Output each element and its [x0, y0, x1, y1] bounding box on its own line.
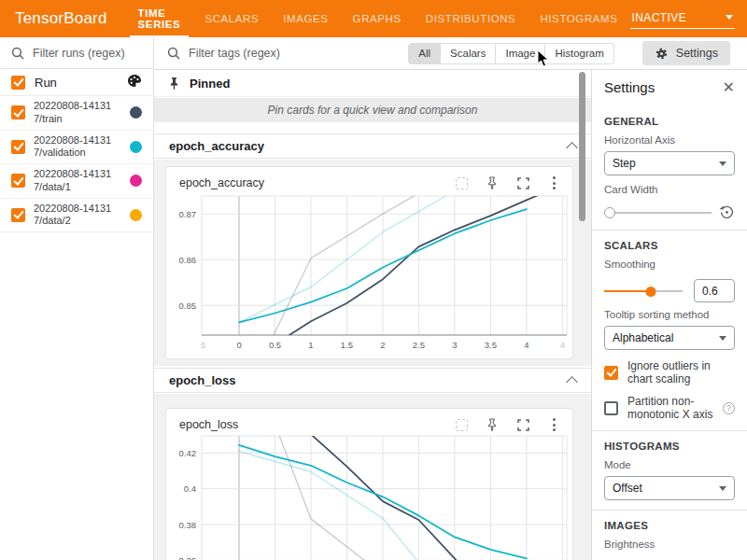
smoothing-value-input[interactable]: 0.6 [694, 279, 735, 302]
svg-text:0.4: 0.4 [184, 483, 196, 494]
run-row-data-2[interactable]: 20220808-141317/data/2 [0, 199, 153, 233]
run-checkbox-data-1[interactable] [11, 174, 25, 188]
help-icon[interactable]: ? [723, 402, 735, 414]
more-options-icon[interactable] [546, 417, 561, 432]
svg-text:4: 4 [560, 340, 565, 350]
run-row-validation[interactable]: 20220808-141317/validation [0, 131, 153, 165]
svg-text:0.36: 0.36 [179, 555, 197, 560]
tags-toolbar: Filter tags (regex) All Scalars Image Hi… [154, 37, 747, 70]
filter-all-button[interactable]: All [408, 43, 441, 64]
run-checkbox-data-2[interactable] [11, 208, 25, 222]
run-row-data-1[interactable]: 20220808-141317/data/1 [0, 164, 153, 199]
tag-type-filter-group: All Scalars Image Histogram [408, 43, 614, 64]
histogram-mode-select[interactable]: Offset [604, 476, 735, 500]
settings-panel: Settings ✕ GENERAL Horizontal Axis Step … [591, 70, 747, 560]
general-heading: GENERAL [604, 116, 735, 127]
select-all-runs-checkbox[interactable] [11, 76, 25, 90]
svg-text:0.87: 0.87 [179, 209, 197, 219]
pinned-section-header: Pinned [154, 70, 591, 97]
histogram-mode-value: Offset [613, 482, 642, 495]
run-name-data-1: 20220808-141317/data/1 [34, 168, 118, 194]
close-icon[interactable]: ✕ [723, 80, 735, 95]
tab-graphs[interactable]: GRAPHS [341, 0, 414, 37]
run-checkbox-validation[interactable] [11, 140, 25, 154]
svg-text:3.5: 3.5 [485, 340, 497, 350]
epoch-accuracy-chart[interactable]: 0.850.860.87500.511.522.533.544 [166, 192, 574, 353]
svg-text:3: 3 [452, 340, 457, 350]
horizontal-axis-label: Horizontal Axis [604, 134, 735, 146]
filter-tags-placeholder: Filter tags (regex) [189, 47, 280, 60]
pin-card-icon[interactable] [485, 417, 500, 432]
run-color-dot-data-1[interactable] [130, 175, 142, 187]
tooltip-sorting-select[interactable]: Alphabetical [604, 326, 735, 350]
svg-text:4: 4 [524, 340, 529, 350]
search-icon [11, 47, 24, 60]
collapse-chevron-icon[interactable] [566, 142, 578, 154]
run-color-dot-data-2[interactable] [130, 209, 142, 221]
main-nav: TIME SERIES SCALARS IMAGES GRAPHS DISTRI… [126, 0, 630, 37]
settings-panel-title: Settings [604, 79, 655, 95]
filter-runs-input[interactable]: Filter runs (regex) [0, 37, 153, 69]
ignore-outliers-checkbox[interactable] [604, 366, 618, 380]
pin-card-icon[interactable] [485, 175, 500, 190]
reload-status-select[interactable]: INACTIVE [630, 9, 735, 29]
tooltip-sorting-value: Alphabetical [613, 331, 673, 344]
images-heading: IMAGES [604, 520, 735, 531]
fullscreen-icon[interactable] [515, 175, 530, 190]
run-color-dot-validation[interactable] [130, 141, 142, 153]
cards-area: Pinned Pin cards for a quick view and co… [154, 70, 591, 560]
gear-icon [655, 47, 669, 61]
pin-icon [168, 77, 180, 91]
tab-distributions[interactable]: DISTRIBUTIONS [414, 0, 529, 37]
filter-scalars-button[interactable]: Scalars [441, 43, 496, 64]
horizontal-axis-value: Step [613, 157, 636, 170]
svg-text:5: 5 [201, 340, 205, 350]
filter-histogram-button[interactable]: Histogram [545, 43, 613, 64]
data-selection-icon[interactable] [454, 417, 469, 432]
section-header-epoch-accuracy[interactable]: epoch_accuracy [154, 133, 591, 159]
run-name-validation: 20220808-141317/validation [34, 134, 118, 161]
fullscreen-icon[interactable] [515, 417, 530, 432]
data-selection-icon[interactable] [454, 175, 469, 190]
reload-status-value: INACTIVE [632, 11, 687, 24]
filter-image-button[interactable]: Image [496, 43, 545, 64]
run-column-label: Run [35, 76, 57, 90]
run-row-train[interactable]: 20220808-141317/train [0, 96, 153, 131]
app-title: TensorBoard [0, 9, 126, 28]
more-options-icon[interactable] [546, 175, 561, 190]
section-body-epoch-accuracy: epoch_accuracy 0.850.860.87500.511.522.5… [154, 160, 591, 366]
section-title: epoch_accuracy [169, 139, 264, 153]
run-checkbox-train[interactable] [11, 105, 25, 119]
smoothing-slider[interactable] [604, 286, 683, 297]
epoch-loss-chart[interactable]: 0.420.40.380.36 [166, 434, 574, 560]
main-scrollbar[interactable] [579, 72, 585, 221]
card-width-slider[interactable] [604, 207, 712, 218]
tooltip-sorting-label: Tooltip sorting method [604, 309, 735, 320]
chevron-down-icon [719, 161, 726, 166]
palette-icon[interactable] [127, 74, 142, 91]
collapse-chevron-icon[interactable] [566, 376, 578, 388]
section-header-epoch-loss[interactable]: epoch_loss [154, 368, 591, 393]
scalars-heading: SCALARS [604, 240, 735, 251]
chevron-down-icon [719, 336, 726, 341]
settings-button-label: Settings [676, 47, 718, 60]
run-color-dot-train[interactable] [130, 106, 142, 119]
svg-text:0.42: 0.42 [179, 448, 197, 458]
svg-text:1.5: 1.5 [341, 340, 353, 350]
histogram-mode-label: Mode [604, 459, 735, 470]
tab-images[interactable]: IMAGES [271, 0, 340, 37]
section-body-epoch-loss: epoch_loss 0.420.40.380.36 [154, 394, 591, 560]
runs-sidebar: Filter runs (regex) Run 20220808-141317/… [0, 37, 154, 560]
settings-button[interactable]: Settings [642, 41, 730, 65]
tab-histograms[interactable]: HISTOGRAMS [528, 0, 629, 37]
reset-icon[interactable] [719, 204, 735, 220]
partition-x-axis-label: Partition non-monotonic X axis [627, 395, 713, 421]
partition-x-axis-checkbox[interactable] [604, 401, 618, 415]
ignore-outliers-label: Ignore outliers in chart scaling [627, 359, 735, 385]
tab-scalars[interactable]: SCALARS [192, 0, 271, 37]
tab-time-series[interactable]: TIME SERIES [126, 0, 193, 37]
section-title: epoch_loss [169, 373, 236, 387]
horizontal-axis-select[interactable]: Step [604, 151, 735, 175]
smoothing-label: Smoothing [604, 259, 735, 270]
filter-tags-input[interactable]: Filter tags (regex) [154, 47, 408, 60]
